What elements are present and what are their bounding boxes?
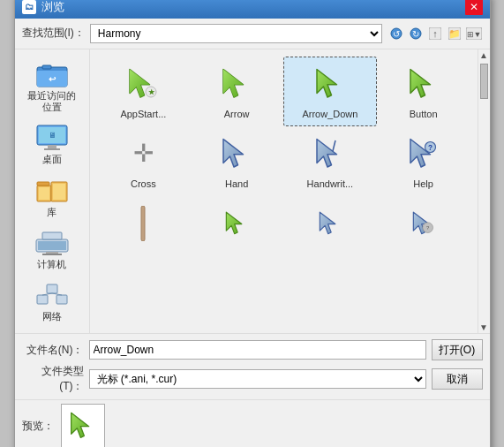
file-item-hand[interactable]: Hand: [190, 126, 283, 196]
svg-rect-20: [39, 187, 49, 200]
computer-icon: [34, 229, 70, 257]
file-item-help[interactable]: ? Help: [377, 126, 470, 196]
svg-text:⊞▼: ⊞▼: [466, 30, 481, 39]
open-button[interactable]: 打开(O): [432, 339, 483, 360]
new-folder-button[interactable]: 📁: [446, 25, 463, 42]
svg-rect-16: [48, 145, 56, 148]
svg-marker-39: [223, 69, 244, 97]
svg-rect-17: [44, 148, 60, 150]
file-item-9[interactable]: [97, 196, 191, 254]
scroll-thumb[interactable]: [480, 64, 488, 99]
preview-label: 预览：: [22, 419, 54, 434]
svg-marker-44: [317, 140, 337, 168]
title-bar: 🗂 浏览 ✕: [15, 0, 490, 19]
filetype-label: 文件类型(T)：: [22, 364, 84, 394]
svg-text:↓: ↓: [328, 89, 332, 97]
svg-text:↑: ↑: [433, 28, 438, 39]
file-label-button: Button: [410, 109, 438, 120]
file-icon-12: ?: [402, 202, 445, 245]
scrollbar[interactable]: ▲ ▼: [478, 49, 490, 333]
toolbar: 查找范围(I)： Harmony ↺ ↻ ↑ 📁 ⊞▼: [15, 19, 490, 49]
sidebar-item-computer[interactable]: 计算机: [18, 225, 87, 274]
sidebar-desktop-label: 桌面: [42, 154, 62, 165]
file-item-appstart[interactable]: ★ AppStart...: [97, 57, 191, 126]
sidebar-computer-label: 计算机: [37, 259, 66, 270]
back-button[interactable]: ↺: [387, 25, 405, 42]
up-button[interactable]: ↑: [426, 25, 444, 42]
recent-icon: ↩: [34, 60, 70, 88]
title-bar-left: 🗂 浏览: [22, 0, 64, 15]
file-item-11[interactable]: [283, 196, 377, 254]
sidebar-item-network[interactable]: 网络: [18, 277, 87, 326]
file-icon-9: [122, 202, 164, 245]
file-label-help: Help: [413, 178, 433, 190]
file-label-appstart: AppStart...: [120, 109, 166, 120]
svg-rect-27: [42, 254, 62, 255]
svg-marker-40: [317, 69, 337, 97]
file-item-10[interactable]: [190, 196, 283, 254]
preview-row: 预览：: [15, 399, 490, 447]
svg-rect-23: [37, 182, 49, 186]
file-icon-handwrit: [309, 133, 351, 175]
file-item-arrow[interactable]: Arrow: [190, 57, 283, 126]
svg-text:★: ★: [148, 88, 155, 96]
browse-dialog: 🗂 浏览 ✕ 查找范围(I)： Harmony ↺ ↻ ↑ 📁: [14, 0, 491, 447]
desktop-icon: 🖥: [34, 124, 70, 152]
filetype-row: 文件类型(T)： 光标 (*.ani, *.cur) 取消: [22, 364, 483, 394]
file-grid: ★ AppStart... Arrow: [90, 49, 478, 333]
file-icon-11: [309, 202, 351, 245]
file-icon-help: ?: [402, 133, 445, 175]
file-item-button[interactable]: Button: [377, 57, 470, 126]
sidebar-item-recent[interactable]: ↩ 最近访问的位置: [18, 57, 87, 117]
file-label-hand: Hand: [225, 178, 248, 190]
file-label-arrow-down: Arrow_Down: [302, 109, 357, 120]
file-label-handwrit: Handwrit...: [307, 178, 354, 190]
forward-button[interactable]: ↻: [407, 25, 425, 42]
filetype-select[interactable]: 光标 (*.ani, *.cur): [89, 369, 426, 389]
sidebar: ↩ 最近访问的位置 🖥 桌面: [15, 49, 90, 333]
sidebar-item-desktop[interactable]: 🖥 桌面: [18, 120, 87, 169]
svg-rect-29: [37, 295, 48, 304]
file-icon-10: [215, 202, 258, 245]
dialog-title: 浏览: [41, 0, 64, 15]
file-label-cross: Cross: [131, 178, 156, 190]
file-item-cross[interactable]: ✛ Cross: [97, 126, 191, 196]
svg-marker-55: [71, 413, 88, 437]
close-button[interactable]: ✕: [465, 0, 483, 15]
svg-rect-49: [141, 206, 145, 241]
library-icon: [34, 177, 70, 205]
file-item-handwrit[interactable]: Handwrit...: [283, 126, 377, 196]
location-select[interactable]: Harmony: [90, 24, 382, 43]
svg-rect-31: [47, 284, 57, 293]
toolbar-icons: ↺ ↻ ↑ 📁 ⊞▼: [387, 25, 483, 42]
file-label-arrow: Arrow: [224, 109, 250, 120]
cancel-button[interactable]: 取消: [432, 368, 483, 390]
svg-text:?: ?: [428, 144, 433, 152]
svg-text:↻: ↻: [412, 29, 419, 39]
preview-cursor-icon: [69, 410, 97, 442]
svg-rect-25: [38, 241, 66, 250]
sidebar-library-label: 库: [47, 207, 56, 218]
svg-marker-51: [320, 212, 335, 233]
sidebar-item-library[interactable]: 库: [18, 173, 87, 222]
toolbar-label: 查找范围(I)：: [22, 26, 85, 41]
filename-input[interactable]: [89, 340, 426, 360]
svg-marker-42: [410, 69, 431, 97]
scroll-down-btn[interactable]: ▼: [478, 321, 490, 333]
preview-box: [61, 404, 105, 447]
sidebar-recent-label: 最近访问的位置: [27, 90, 76, 113]
sidebar-network-label: 网络: [42, 311, 62, 322]
svg-line-45: [333, 140, 335, 151]
file-item-12[interactable]: ?: [377, 196, 470, 254]
svg-marker-43: [223, 140, 244, 168]
scroll-track[interactable]: [478, 101, 490, 321]
file-icon-arrow-down: ↓: [309, 63, 351, 105]
svg-text:📁: 📁: [448, 27, 461, 40]
file-icon-button: [402, 63, 445, 105]
svg-rect-30: [56, 295, 67, 304]
scroll-up-btn[interactable]: ▲: [478, 49, 490, 62]
file-item-arrow-down[interactable]: ↓ Arrow_Down: [283, 57, 377, 126]
svg-marker-50: [226, 212, 242, 233]
cross-symbol: ✛: [133, 141, 154, 166]
view-options-button[interactable]: ⊞▼: [465, 25, 483, 42]
